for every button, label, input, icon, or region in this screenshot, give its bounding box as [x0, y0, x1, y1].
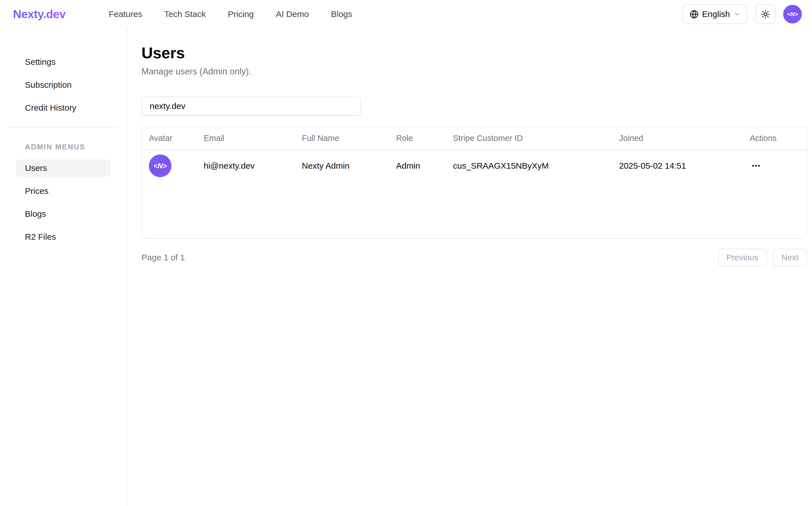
brand-logo[interactable]: Nexty.dev	[13, 8, 66, 21]
nav-item-ai-demo[interactable]: AI Demo	[276, 9, 309, 19]
row-actions-button[interactable]	[750, 159, 762, 173]
cell-full-name: Nexty Admin	[295, 150, 389, 182]
sidebar-item-users[interactable]: Users	[16, 159, 111, 177]
table-header-row: Avatar Email Full Name Role Stripe Custo…	[142, 127, 807, 150]
nav-item-features[interactable]: Features	[109, 9, 142, 19]
language-selector-button[interactable]: English	[683, 4, 747, 24]
sidebar-item-settings[interactable]: Settings	[16, 53, 111, 71]
topbar-right-controls: English <N>	[683, 4, 802, 24]
table-row: <N> hi@nexty.dev Nexty Admin Admin cus_S…	[142, 150, 807, 182]
user-avatar-text: <N>	[787, 11, 798, 17]
next-page-button[interactable]: Next	[773, 249, 807, 266]
page-title: Users	[142, 44, 807, 62]
users-table: Avatar Email Full Name Role Stripe Custo…	[142, 127, 807, 182]
pagination: Page 1 of 1 Previous Next	[142, 249, 807, 266]
user-avatar[interactable]: <N>	[783, 5, 802, 23]
user-search-input[interactable]	[142, 96, 361, 116]
previous-page-button[interactable]: Previous	[718, 249, 767, 266]
globe-icon	[690, 10, 699, 19]
language-label: English	[702, 9, 730, 19]
column-header-stripe-customer-id: Stripe Customer ID	[446, 127, 612, 150]
cell-role: Admin	[389, 150, 446, 182]
more-horizontal-icon	[751, 161, 761, 171]
cell-joined: 2025-05-02 14:51	[612, 150, 743, 182]
sidebar-section-label: ADMIN MENUS	[25, 143, 111, 151]
chevron-down-icon	[734, 11, 740, 17]
nav-item-blogs[interactable]: Blogs	[331, 9, 352, 19]
sidebar-divider	[8, 127, 118, 128]
row-avatar-text: <N>	[153, 162, 167, 170]
page-indicator: Page 1 of 1	[142, 253, 712, 262]
sidebar: Settings Subscription Credit History ADM…	[0, 28, 127, 506]
sidebar-item-credit-history[interactable]: Credit History	[16, 99, 111, 116]
theme-toggle-button[interactable]	[755, 4, 775, 24]
sidebar-item-r2-files[interactable]: R2 Files	[16, 228, 111, 246]
column-header-avatar: Avatar	[142, 127, 197, 150]
cell-stripe-customer-id: cus_SRAAGX15NByXyM	[446, 150, 612, 182]
cell-email: hi@nexty.dev	[197, 150, 295, 182]
nav-item-tech-stack[interactable]: Tech Stack	[164, 9, 206, 19]
row-avatar: <N>	[149, 155, 171, 177]
nav-item-pricing[interactable]: Pricing	[228, 9, 254, 19]
sidebar-item-blogs[interactable]: Blogs	[16, 205, 111, 223]
top-navigation-bar: Nexty.dev Features Tech Stack Pricing AI…	[0, 0, 812, 28]
sidebar-item-prices[interactable]: Prices	[16, 182, 111, 200]
column-header-role: Role	[389, 127, 446, 150]
column-header-full-name: Full Name	[295, 127, 389, 150]
sidebar-item-subscription[interactable]: Subscription	[16, 76, 111, 94]
column-header-actions: Actions	[743, 127, 807, 150]
users-table-container: Avatar Email Full Name Role Stripe Custo…	[142, 126, 807, 239]
sun-icon	[761, 10, 770, 19]
page-subtitle: Manage users (Admin only).	[142, 67, 807, 77]
column-header-joined: Joined	[612, 127, 743, 150]
main-content: Users Manage users (Admin only). Avatar …	[127, 28, 812, 506]
main-nav: Features Tech Stack Pricing AI Demo Blog…	[109, 9, 352, 19]
column-header-email: Email	[197, 127, 295, 150]
